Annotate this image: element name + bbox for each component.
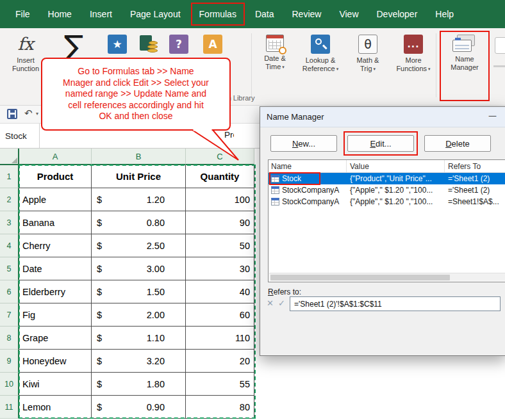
dropdown-caret-icon: ▾ xyxy=(428,67,431,71)
row-header-10[interactable]: 10 xyxy=(0,373,19,396)
dropdown-caret-icon: ▾ xyxy=(282,65,285,69)
select-all-corner[interactable] xyxy=(0,149,19,165)
refers-cell: ='Sheet1 (2) xyxy=(445,186,505,195)
row-header-5[interactable]: 5 xyxy=(0,257,19,280)
cell-a5[interactable]: Date xyxy=(19,257,92,280)
row-header-11[interactable]: 11 xyxy=(0,396,19,419)
tab-data[interactable]: Data xyxy=(246,0,283,28)
name-manager-button[interactable]: NameManager xyxy=(441,35,488,72)
date-time-button[interactable]: Date &Time▾ xyxy=(255,35,295,71)
row-header-7[interactable]: 7 xyxy=(0,303,19,327)
logical-button[interactable]: ? xyxy=(164,35,194,54)
insert-function-button[interactable]: fx InsertFunction xyxy=(5,35,46,73)
more-functions-button[interactable]: ... MoreFunctions▾ xyxy=(392,35,435,73)
tab-review[interactable]: Review xyxy=(283,0,331,28)
clipped-ribbon-button-fragment xyxy=(495,37,505,54)
formula-bar[interactable]: Product xyxy=(224,130,234,143)
name-row-stockcompanya-2[interactable]: StockCompanyA {"Apple"," $1.20 ","100...… xyxy=(269,196,505,207)
cell-a4[interactable]: Cherry xyxy=(19,234,92,257)
delete-button[interactable]: Delete xyxy=(424,135,491,152)
recently-used-button[interactable]: ★ xyxy=(103,35,132,54)
scrollbar-thumb[interactable] xyxy=(270,275,450,280)
cell-b1[interactable]: Unit Price xyxy=(92,165,186,188)
math-trig-button[interactable]: θ Math &Trig▾ xyxy=(349,35,387,73)
dropdown-caret-icon: ▾ xyxy=(336,67,339,71)
save-icon[interactable] xyxy=(7,109,17,119)
cell-c8[interactable]: 110 xyxy=(186,327,254,350)
enter-icon[interactable]: ✓ xyxy=(278,298,285,308)
name-row-stock[interactable]: Stock {"Product","Unit Price"... ='Sheet… xyxy=(269,173,505,184)
tab-formulas[interactable]: Formulas xyxy=(191,3,245,26)
cell-a3[interactable]: Banana xyxy=(19,211,92,234)
cell-b9[interactable]: $3.20 xyxy=(92,350,186,373)
cell-c5[interactable]: 30 xyxy=(186,257,254,280)
horizontal-scrollbar[interactable] xyxy=(269,273,505,281)
cell-a11[interactable]: Lemon xyxy=(19,396,92,419)
tab-insert[interactable]: Insert xyxy=(81,0,121,28)
cell-c6[interactable]: 40 xyxy=(186,280,254,303)
tab-help[interactable]: Help xyxy=(426,0,463,28)
column-header-name[interactable]: Name xyxy=(269,160,347,172)
financial-button[interactable] xyxy=(133,35,163,54)
minimize-icon[interactable]: — xyxy=(488,111,497,120)
cell-b11[interactable]: $0.90 xyxy=(92,396,186,419)
cancel-icon[interactable]: ✕ xyxy=(267,298,274,308)
tab-page-layout[interactable]: Page Layout xyxy=(121,0,190,28)
row-header-9[interactable]: 9 xyxy=(0,350,19,373)
column-header-a[interactable]: A xyxy=(19,149,92,165)
cell-b10[interactable]: $1.80 xyxy=(92,373,186,396)
tab-home[interactable]: Home xyxy=(39,0,81,28)
cell-a2[interactable]: Apple xyxy=(19,188,92,211)
dialog-titlebar[interactable]: Name Manager — xyxy=(260,107,505,127)
tab-view[interactable]: View xyxy=(330,0,367,28)
row-header-4[interactable]: 4 xyxy=(0,234,19,257)
instruction-text: Go to Formulas tab >> Name Mnager and cl… xyxy=(62,66,210,122)
refers-to-input[interactable]: ='Sheet1 (2)'!$A$1:$C$11 xyxy=(290,296,501,311)
cell-b2[interactable]: $1.20 xyxy=(92,188,186,211)
column-header-value[interactable]: Value xyxy=(347,160,445,172)
lookup-reference-button[interactable]: Lookup &Reference▾ xyxy=(296,35,345,73)
group-separator xyxy=(251,33,252,97)
autosum-button[interactable]: ∑ xyxy=(56,31,91,61)
cell-b8[interactable]: $1.10 xyxy=(92,327,186,350)
cell-c1[interactable]: Quantity xyxy=(186,165,254,188)
row-header-6[interactable]: 6 xyxy=(0,280,19,303)
cell-a9[interactable]: Honeydew xyxy=(19,350,92,373)
row-header-8[interactable]: 8 xyxy=(0,327,19,350)
column-header-c[interactable]: C xyxy=(186,149,254,165)
logical-question-icon: ? xyxy=(169,35,188,54)
undo-icon[interactable]: ↶ xyxy=(24,108,33,119)
cell-c11[interactable]: 80 xyxy=(186,396,254,419)
cell-c4[interactable]: 50 xyxy=(186,234,254,257)
cell-c7[interactable]: 60 xyxy=(186,303,254,327)
edit-button[interactable]: Edit... xyxy=(347,135,414,152)
refers-to-label: Refers to: xyxy=(268,287,301,296)
column-header-refers-to[interactable]: Refers To xyxy=(445,160,505,172)
row-header-2[interactable]: 2 xyxy=(0,188,19,211)
name-row-stockcompanya-1[interactable]: StockCompanyA {"Apple"," $1.20 ","100...… xyxy=(269,184,505,196)
tab-developer[interactable]: Developer xyxy=(368,0,427,28)
cell-c3[interactable]: 90 xyxy=(186,211,254,234)
undo-dropdown-caret-icon[interactable]: ▾ xyxy=(36,111,38,117)
cell-a10[interactable]: Kiwi xyxy=(19,373,92,396)
cell-a6[interactable]: Elderberry xyxy=(19,280,92,303)
row-header-1[interactable]: 1 xyxy=(0,165,19,188)
row-header-3[interactable]: 3 xyxy=(0,211,19,234)
cell-b5[interactable]: $3.00 xyxy=(92,257,186,280)
name-box[interactable]: Stock xyxy=(0,124,40,148)
cell-b7[interactable]: $2.00 xyxy=(92,303,186,327)
cell-a1[interactable]: Product xyxy=(19,165,92,188)
cell-a7[interactable]: Fig xyxy=(19,303,92,327)
cell-a8[interactable]: Grape xyxy=(19,327,92,350)
tab-file[interactable]: File xyxy=(6,0,39,28)
new-button[interactable]: New... xyxy=(270,135,337,152)
cell-b3[interactable]: $0.80 xyxy=(92,211,186,234)
cell-b4[interactable]: $2.50 xyxy=(92,234,186,257)
list-header-row: Name Value Refers To xyxy=(269,160,505,173)
dialog-title: Name Manager xyxy=(267,112,324,122)
cell-b6[interactable]: $1.50 xyxy=(92,280,186,303)
cell-c9[interactable]: 20 xyxy=(186,350,254,373)
column-header-b[interactable]: B xyxy=(92,149,186,165)
cell-c2[interactable]: 100 xyxy=(186,188,254,211)
cell-c10[interactable]: 55 xyxy=(186,373,254,396)
